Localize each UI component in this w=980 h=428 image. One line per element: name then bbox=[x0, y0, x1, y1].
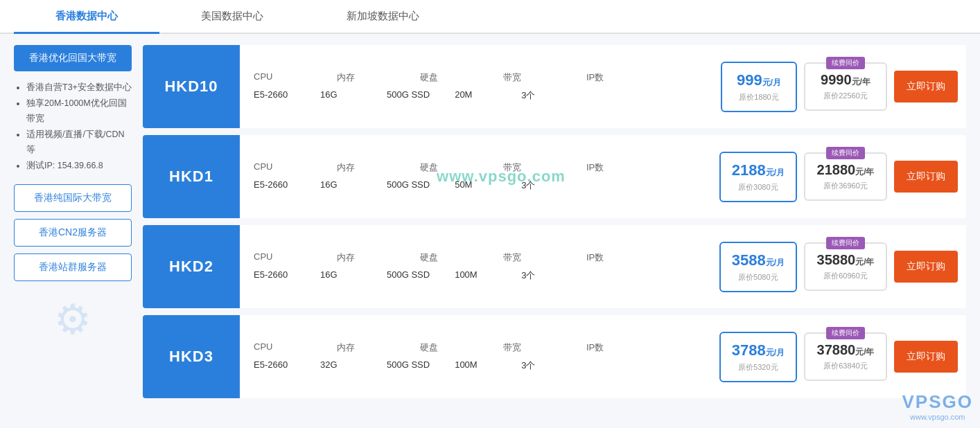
product-row: HKD2 CPU 内存 硬盘 带宽 IP数 E5-2660 16G 500G S… bbox=[143, 225, 966, 308]
specs-area-hkd2: CPU 内存 硬盘 带宽 IP数 E5-2660 16G 500G SSD 10… bbox=[240, 225, 711, 308]
val-bandwidth: 100M bbox=[455, 359, 496, 372]
header-cpu: CPU bbox=[254, 251, 295, 264]
model-badge-hkd1: HKD1 bbox=[143, 135, 240, 218]
price-yearly-hkd2: 续费同价 35880元/年 原价60960元 bbox=[804, 242, 887, 291]
price-yearly-hkd3: 续费同价 37880元/年 原价63840元 bbox=[804, 332, 887, 381]
price-area-hkd3: 3788元/月 原价5320元 续费同价 37880元/年 原价63840元 立… bbox=[711, 315, 966, 398]
header-bandwidth: 带宽 bbox=[503, 161, 545, 174]
model-badge-hkd10: HKD10 bbox=[143, 45, 240, 128]
header-cpu: CPU bbox=[254, 341, 295, 354]
price-area-hkd1: 2188元/月 原价3080元 续费同价 21880元/年 原价36960元 立… bbox=[711, 135, 966, 218]
val-ip: 3个 bbox=[521, 179, 563, 192]
specs-header: CPU 内存 硬盘 带宽 IP数 bbox=[254, 341, 697, 354]
yearly-original: 原价36960元 bbox=[816, 181, 875, 191]
header-ram: 内存 bbox=[337, 71, 378, 84]
specs-header: CPU 内存 硬盘 带宽 IP数 bbox=[254, 161, 697, 174]
price-monthly-hkd2: 3588元/月 原价5080元 bbox=[719, 242, 797, 292]
buy-btn-hkd10[interactable]: 立即订购 bbox=[894, 71, 958, 102]
monthly-original: 原价1880元 bbox=[733, 92, 785, 102]
header-disk: 硬盘 bbox=[420, 341, 462, 354]
header-ram: 内存 bbox=[337, 161, 378, 174]
monthly-main-price: 999元/月 bbox=[733, 71, 785, 89]
price-monthly-hkd10: 999元/月 原价1880元 bbox=[721, 62, 797, 112]
product-row: HKD1 CPU 内存 硬盘 带宽 IP数 E5-2660 16G 500G S… bbox=[143, 135, 966, 218]
content-area: HKD10 CPU 内存 硬盘 带宽 IP数 E5-2660 16G 500G … bbox=[143, 45, 966, 418]
header-ip: IP数 bbox=[586, 251, 628, 264]
header-ram: 内存 bbox=[337, 341, 378, 354]
header-ip: IP数 bbox=[586, 71, 628, 84]
val-cpu: E5-2660 bbox=[254, 269, 295, 282]
specs-area-hkd3: CPU 内存 硬盘 带宽 IP数 E5-2660 32G 500G SSD 10… bbox=[240, 315, 711, 398]
val-ip: 3个 bbox=[521, 89, 563, 102]
sidebar: 香港优化回国大带宽 香港自营T3+安全数据中心 独享20M-1000M优化回国带… bbox=[14, 45, 132, 418]
page-watermark: VPSGO www.vpsgo.com bbox=[902, 391, 973, 421]
specs-area-hkd1: CPU 内存 硬盘 带宽 IP数 E5-2660 16G 500G SSD 50… bbox=[240, 135, 711, 218]
specs-header: CPU 内存 硬盘 带宽 IP数 bbox=[254, 71, 699, 84]
val-bandwidth: 20M bbox=[455, 89, 496, 102]
yearly-main-price: 35880元/年 bbox=[816, 252, 875, 268]
renewal-badge: 续费同价 bbox=[826, 237, 865, 249]
tab-us[interactable]: 美国数据中心 bbox=[159, 0, 305, 33]
header-disk: 硬盘 bbox=[420, 161, 462, 174]
header-bandwidth: 带宽 bbox=[503, 71, 545, 84]
renewal-badge: 续费同价 bbox=[826, 147, 865, 159]
renewal-badge: 续费同价 bbox=[826, 327, 865, 339]
sidebar-icon: ⚙ bbox=[14, 295, 132, 344]
header-disk: 硬盘 bbox=[420, 251, 462, 264]
monthly-main-price: 2188元/月 bbox=[732, 161, 785, 179]
yearly-original: 原价22560元 bbox=[816, 91, 875, 101]
header-disk: 硬盘 bbox=[420, 71, 462, 84]
buy-btn-hkd2[interactable]: 立即订购 bbox=[894, 251, 958, 283]
buy-btn-hkd1[interactable]: 立即订购 bbox=[894, 161, 958, 193]
tabs-bar: 香港数据中心 美国数据中心 新加坡数据中心 bbox=[0, 0, 980, 34]
specs-header: CPU 内存 硬盘 带宽 IP数 bbox=[254, 251, 697, 264]
header-ip: IP数 bbox=[586, 161, 628, 174]
specs-values-hkd10: E5-2660 16G 500G SSD 20M 3个 bbox=[254, 89, 699, 102]
val-ip: 3个 bbox=[521, 269, 563, 282]
sidebar-cn2-btn[interactable]: 香港CN2服务器 bbox=[14, 219, 132, 247]
tab-sg[interactable]: 新加坡数据中心 bbox=[305, 0, 461, 33]
sidebar-cluster-btn[interactable]: 香港站群服务器 bbox=[14, 253, 132, 281]
header-cpu: CPU bbox=[254, 161, 295, 174]
specs-area-hkd10: CPU 内存 硬盘 带宽 IP数 E5-2660 16G 500G SSD 20… bbox=[240, 45, 712, 128]
buy-btn-hkd3[interactable]: 立即订购 bbox=[894, 341, 958, 373]
monthly-original: 原价3080元 bbox=[732, 182, 785, 193]
header-ip: IP数 bbox=[586, 341, 628, 354]
header-bandwidth: 带宽 bbox=[503, 251, 545, 264]
val-disk: 500G SSD bbox=[387, 89, 430, 102]
val-cpu: E5-2660 bbox=[254, 179, 295, 192]
sidebar-feature-4: 测试IP: 154.39.66.8 bbox=[26, 158, 132, 174]
monthly-original: 原价5320元 bbox=[732, 362, 785, 373]
yearly-original: 原价60960元 bbox=[816, 271, 875, 281]
val-bandwidth: 50M bbox=[455, 179, 496, 192]
model-badge-hkd3: HKD3 bbox=[143, 315, 240, 398]
val-cpu: E5-2660 bbox=[254, 89, 295, 102]
price-area-hkd2: 3588元/月 原价5080元 续费同价 35880元/年 原价60960元 立… bbox=[711, 225, 966, 308]
monthly-main-price: 3788元/月 bbox=[732, 341, 785, 359]
product-row: HKD3 CPU 内存 硬盘 带宽 IP数 E5-2660 32G 500G S… bbox=[143, 315, 966, 398]
val-ram: 16G bbox=[320, 269, 362, 282]
sidebar-main-btn[interactable]: 香港优化回国大带宽 bbox=[14, 45, 132, 71]
price-monthly-hkd3: 3788元/月 原价5320元 bbox=[719, 332, 797, 382]
sidebar-feature-list: 香港自营T3+安全数据中心 独享20M-1000M优化回国带宽 适用视频/直播/… bbox=[14, 80, 132, 173]
specs-values-hkd2: E5-2660 16G 500G SSD 100M 3个 bbox=[254, 269, 697, 282]
product-row: HKD10 CPU 内存 硬盘 带宽 IP数 E5-2660 16G 500G … bbox=[143, 45, 966, 128]
val-ip: 3个 bbox=[521, 359, 563, 372]
val-bandwidth: 100M bbox=[455, 269, 496, 282]
specs-values-hkd3: E5-2660 32G 500G SSD 100M 3个 bbox=[254, 359, 697, 372]
val-ram: 16G bbox=[320, 179, 362, 192]
monthly-original: 原价5080元 bbox=[732, 272, 785, 283]
val-ram: 32G bbox=[320, 359, 362, 372]
yearly-main-price: 9990元/年 bbox=[816, 72, 875, 88]
tab-hk[interactable]: 香港数据中心 bbox=[14, 0, 159, 33]
watermark-url: www.vpsgo.com bbox=[902, 413, 973, 421]
yearly-original: 原价63840元 bbox=[816, 361, 875, 371]
monthly-main-price: 3588元/月 bbox=[732, 251, 785, 269]
header-ram: 内存 bbox=[337, 251, 378, 264]
model-badge-hkd2: HKD2 bbox=[143, 225, 240, 308]
watermark-logo: VPSGO bbox=[902, 391, 973, 413]
header-cpu: CPU bbox=[254, 71, 295, 84]
sidebar-intl-btn[interactable]: 香港纯国际大带宽 bbox=[14, 184, 132, 212]
price-area-hkd10: 999元/月 原价1880元 续费同价 9990元/年 原价22560元 立即订… bbox=[712, 45, 966, 128]
specs-values-hkd1: E5-2660 16G 500G SSD 50M 3个 bbox=[254, 179, 697, 192]
